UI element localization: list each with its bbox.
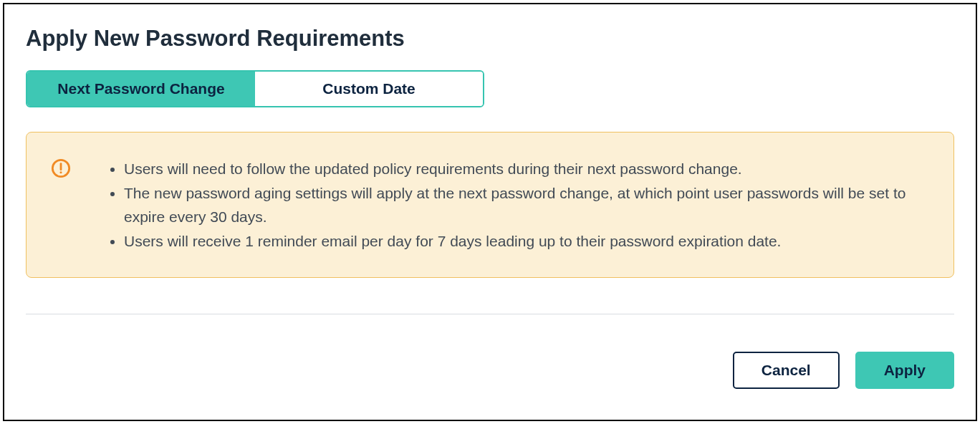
- cancel-button[interactable]: Cancel: [733, 352, 840, 389]
- apply-button[interactable]: Apply: [855, 352, 954, 389]
- tab-next-password-change[interactable]: Next Password Change: [27, 72, 255, 106]
- policy-info-alert: Users will need to follow the updated po…: [26, 132, 954, 278]
- warning-icon: [51, 158, 71, 178]
- footer-divider: [26, 314, 954, 314]
- modal-footer: Cancel Apply: [26, 352, 954, 389]
- alert-item: Users will need to follow the updated po…: [124, 157, 928, 181]
- alert-item: Users will receive 1 reminder email per …: [124, 229, 928, 254]
- apply-timing-tabs: Next Password Change Custom Date: [26, 70, 484, 107]
- apply-password-requirements-modal: Apply New Password Requirements Next Pas…: [3, 3, 977, 421]
- modal-title: Apply New Password Requirements: [26, 26, 954, 52]
- svg-point-2: [59, 171, 62, 173]
- alert-item: The new password aging settings will app…: [124, 181, 928, 229]
- tab-custom-date[interactable]: Custom Date: [255, 72, 483, 106]
- alert-content: Users will need to follow the updated po…: [107, 157, 928, 253]
